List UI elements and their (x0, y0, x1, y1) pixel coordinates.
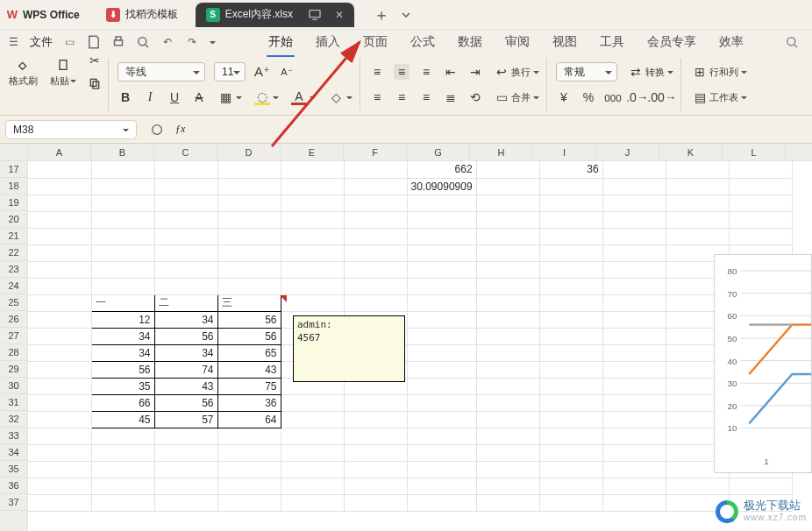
cell[interactable] (217, 278, 281, 294)
row-header[interactable]: 21 (0, 228, 27, 244)
wrap-text-button[interactable]: ↩换行 (492, 62, 541, 81)
cell[interactable] (217, 494, 281, 511)
cell[interactable] (281, 494, 344, 511)
tab-page[interactable]: 页面 (361, 31, 389, 53)
cell[interactable] (91, 244, 154, 261)
cell[interactable]: 45 (91, 411, 154, 428)
cell[interactable] (28, 428, 91, 444)
column-headers[interactable]: ABCDEFGHIJKL (28, 144, 812, 161)
cell[interactable] (539, 494, 602, 511)
row-header[interactable]: 30 (0, 378, 27, 394)
number-format-select[interactable]: 常规 (556, 62, 617, 81)
cell[interactable] (476, 278, 539, 294)
row-header[interactable]: 35 (0, 461, 27, 478)
cell[interactable] (407, 478, 476, 494)
worksheet-button[interactable]: ▤工作表 (690, 88, 749, 107)
merge-button[interactable]: ▭合并 (492, 88, 541, 107)
cell[interactable] (154, 494, 217, 511)
cell[interactable]: 34 (91, 344, 154, 361)
cell[interactable] (217, 478, 281, 494)
cell[interactable] (666, 195, 729, 211)
cell[interactable] (91, 161, 154, 178)
cell[interactable] (539, 228, 602, 244)
cell[interactable] (476, 478, 539, 494)
name-box[interactable]: M38 (5, 120, 137, 139)
strike-button[interactable]: A (191, 89, 207, 105)
cell[interactable] (539, 411, 602, 428)
cell[interactable] (91, 278, 154, 294)
cell[interactable] (476, 461, 539, 478)
cell[interactable] (154, 261, 217, 278)
preview-icon[interactable] (135, 34, 151, 50)
spreadsheet-grid[interactable]: ABCDEFGHIJKL 171819202122232425262728293… (0, 144, 812, 531)
cell[interactable] (476, 228, 539, 244)
cell[interactable] (602, 461, 666, 478)
cell[interactable] (217, 261, 281, 278)
cell[interactable] (281, 394, 344, 411)
cell[interactable]: 43 (217, 361, 281, 378)
cell[interactable] (28, 461, 91, 478)
cell[interactable] (539, 211, 602, 228)
cell[interactable] (28, 261, 91, 278)
currency-icon[interactable]: ¥ (556, 89, 572, 105)
column-header[interactable]: H (470, 144, 533, 160)
cell[interactable] (154, 195, 217, 211)
cell[interactable] (281, 461, 344, 478)
save-icon[interactable] (86, 34, 102, 50)
cell[interactable]: 36 (539, 161, 602, 178)
row-header[interactable]: 37 (0, 494, 27, 511)
cell[interactable] (281, 211, 344, 228)
cell[interactable] (154, 278, 217, 294)
row-header[interactable]: 22 (0, 244, 27, 261)
cell[interactable] (281, 178, 344, 195)
cell[interactable] (539, 394, 602, 411)
cell[interactable] (602, 261, 666, 278)
cell[interactable] (476, 161, 539, 178)
tab-start[interactable]: 开始 (267, 31, 295, 53)
search-icon[interactable] (784, 34, 800, 50)
cell[interactable] (539, 344, 602, 361)
cell[interactable]: 56 (154, 328, 217, 344)
cell[interactable] (28, 161, 91, 178)
tab-data[interactable]: 数据 (456, 31, 484, 53)
cell[interactable] (602, 344, 666, 361)
cell[interactable] (476, 494, 539, 511)
cell[interactable]: 65 (217, 344, 281, 361)
cell[interactable] (344, 411, 407, 428)
cell[interactable] (476, 195, 539, 211)
column-header[interactable]: I (533, 144, 596, 160)
cell[interactable] (154, 244, 217, 261)
tab-tools[interactable]: 工具 (598, 31, 626, 53)
cell[interactable] (281, 278, 344, 294)
cell[interactable] (476, 378, 539, 394)
row-header[interactable]: 23 (0, 261, 27, 278)
cell[interactable] (602, 228, 666, 244)
cell[interactable] (91, 211, 154, 228)
cells[interactable]: 6623630.09090909一二三123456345656343465567… (28, 161, 812, 531)
cell[interactable] (217, 228, 281, 244)
align-bottom-icon[interactable]: ≡ (418, 64, 434, 80)
cell[interactable] (729, 178, 792, 195)
row-header[interactable]: 19 (0, 195, 27, 211)
cell[interactable] (281, 444, 344, 461)
cell[interactable] (281, 161, 344, 178)
row-header[interactable]: 36 (0, 478, 27, 494)
cell[interactable] (602, 244, 666, 261)
cell[interactable] (602, 494, 666, 511)
cell[interactable] (539, 428, 602, 444)
cell[interactable]: 56 (154, 394, 217, 411)
cell[interactable] (28, 294, 91, 311)
row-header[interactable]: 26 (0, 311, 27, 328)
cell[interactable] (281, 294, 344, 311)
cell[interactable] (407, 361, 476, 378)
cancel-formula-icon[interactable] (149, 122, 165, 138)
cell[interactable] (476, 328, 539, 344)
align-right-icon[interactable]: ≡ (418, 89, 434, 105)
cell[interactable] (602, 211, 666, 228)
cell[interactable] (28, 494, 91, 511)
cell[interactable] (344, 211, 407, 228)
cell[interactable] (539, 244, 602, 261)
rowcol-button[interactable]: ⊞行和列 (690, 62, 749, 81)
cell[interactable] (344, 161, 407, 178)
close-tab-icon[interactable]: ✕ (335, 9, 344, 21)
